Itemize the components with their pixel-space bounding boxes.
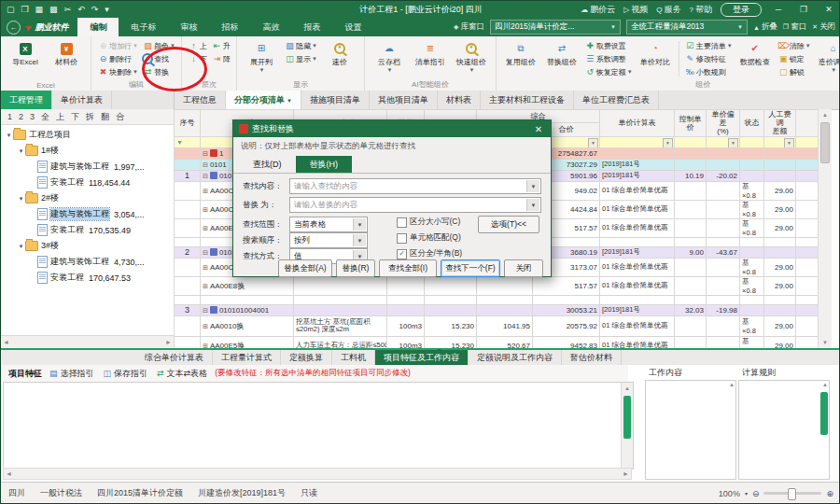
feature-button-文本⇄表格[interactable]: ⇄文本⇄表格 [157,368,207,380]
cell-seq[interactable] [175,237,201,246]
zoom-slider-thumb[interactable] [788,488,796,500]
cell-seq[interactable]: 1 [175,170,201,181]
cell-seq[interactable] [175,159,201,170]
grid-scroll-thumb[interactable] [820,122,830,163]
cell-calc[interactable]: 01 综合单价简单优惠 [600,315,675,336]
checkbox-unchecked-icon[interactable] [397,233,407,244]
ribbon-button-小数规则[interactable]: ‰小数规则 [684,65,733,78]
cell-status[interactable] [740,237,764,246]
ribbon-button-升[interactable]: ⇤升 [211,39,231,52]
cell-total[interactable]: 20575.92 [533,315,600,336]
grid-vertical-scrollbar[interactable]: ▲ ▼ [818,109,832,348]
cell-extra[interactable] [796,336,819,348]
cell-total[interactable] [533,295,600,304]
scroll-left-icon[interactable]: ◄ [3,339,9,345]
tree-tool-拆[interactable]: 拆 [86,111,94,123]
ribbon-button-下[interactable]: ↓下 [188,52,207,65]
menu-tab-招标[interactable]: 招标 [209,18,250,36]
cell-dev[interactable] [707,276,740,295]
library-window-button[interactable]: ◈库窗口 [454,21,484,33]
ribbon-button-速价[interactable]: ¥速价 [319,39,360,67]
cell-seq[interactable] [175,295,201,304]
dialog-titlebar[interactable]: 查找和替换 ✕ [233,120,551,137]
cell-labor[interactable] [764,295,796,304]
cell-name[interactable] [294,295,387,304]
zoom-in-icon[interactable]: ⊕ [826,489,833,498]
find-what-combobox[interactable]: 请输入查找的内容 ▼ [289,178,541,194]
cell-code[interactable]: ⊞AA0010换 [201,315,294,336]
zoom-out-icon[interactable]: ⊖ [752,489,760,498]
view-tab-工程管理[interactable]: 工程管理 [1,91,52,109]
cell-labor[interactable] [764,246,796,258]
login-button[interactable]: 登录 [721,3,762,17]
view-tab-单价计算表[interactable]: 单价计算表 [52,91,112,109]
cell-dev[interactable] [707,218,740,237]
ribbon-button-上[interactable]: ↑上 [188,39,207,52]
cell-qty[interactable] [425,276,477,295]
calc-rule-scroll-thumb[interactable] [820,392,828,435]
cell-calc[interactable] [600,147,675,159]
cell-status[interactable]: 基×0.8 [740,218,764,237]
menu-tab-报表[interactable]: 报表 [291,18,332,36]
tree-tool-合[interactable]: 合 [116,111,124,123]
checkbox-区分全/半角(B)[interactable]: ✓区分全/半角(B) [397,248,462,259]
ribbon-button-颜色[interactable]: ▨颜色▼ [142,39,175,52]
tree-node-安装工程[interactable]: 安装工程170,535.49 [1,222,174,238]
ribbon-button-降[interactable]: ⇥降 [211,52,231,65]
cell-ctrl[interactable] [675,237,707,246]
new-icon[interactable]: ▢ [7,5,15,14]
collapse-icon[interactable]: ⊟ [203,307,208,314]
column-header-seq[interactable]: 序号 [175,110,201,137]
dialog-button-查找全部(I)[interactable]: 查找全部(I) [379,259,437,277]
column-header-status[interactable]: 状态 [740,110,764,137]
cell-seq[interactable] [175,315,201,336]
ribbon-button-块删除[interactable]: ✖块删除▼ [97,65,138,78]
cell-labor[interactable]: 29.00 [764,315,796,336]
tree-node-建筑与装饰工程[interactable]: 建筑与装饰工程1,997,... [1,159,174,175]
bottom-tab-工料机[interactable]: 工料机 [332,350,375,365]
cell-ctrl[interactable] [675,181,707,200]
cell-code[interactable]: ⊞AA00E5换 [201,336,294,348]
cell-calc[interactable]: 01 综合单价简单优惠 [600,336,675,348]
filter-cell-dev[interactable]: ▼ [707,136,740,147]
cell-seq[interactable] [175,258,201,276]
titlebar-link-help[interactable]: ?帮助 [690,4,712,16]
cell-labor[interactable] [764,159,796,170]
save-as-icon[interactable]: ▩ [49,5,58,14]
cell-status[interactable]: 基×0.8 [740,336,764,348]
save-icon[interactable]: ▦ [35,5,44,14]
menu-tab-审核[interactable]: 审核 [168,18,209,36]
menu-tab-设置[interactable]: 设置 [332,18,373,36]
cell-name[interactable]: 人力车运土石方：总运距≤500m 运距≤50m [294,336,387,348]
cell-status[interactable]: 基×0.8 [740,258,764,276]
cell-calc[interactable]: 01 综合单价简单优惠 [600,258,675,276]
cell-ctrl[interactable] [675,276,707,295]
cell-dev[interactable]: -43.67 [707,246,740,258]
tree-tool-全[interactable]: 全 [41,111,49,123]
back-button[interactable]: ← [7,21,21,35]
tree-tool-上[interactable]: 上 [56,111,64,123]
cell-dev[interactable] [707,336,740,348]
sheet-tab-材料表[interactable]: 材料表 [438,91,481,109]
cell-status[interactable]: 基×0.8 [740,181,764,200]
grid-row-AA00E5换[interactable]: ⊞AA00E5换人力车运土石方：总运距≤500m 运距≤50m100m315.2… [175,336,819,348]
cell-status[interactable] [740,170,764,181]
tree-expander-icon[interactable]: ▾ [17,195,25,203]
cell-dev[interactable] [707,237,740,246]
cell-qty[interactable] [425,295,477,304]
cell-qty[interactable]: 15.230 [425,315,477,336]
close-pane-button[interactable]: ✕关闭 [812,21,835,33]
cell-price[interactable] [477,304,533,315]
filter-dropdown-icon[interactable]: ▼ [784,138,794,148]
cell-unit[interactable] [387,304,425,315]
ribbon-button-解锁[interactable]: ▢解锁 [777,65,811,78]
sheet-tab-主要材料和工程设备[interactable]: 主要材料和工程设备 [481,91,574,109]
grid-blank-row[interactable] [175,295,819,304]
tree-node-1#楼[interactable]: ▾1#楼 [1,143,174,159]
list-library-dropdown[interactable]: 全统工程量清单2013▼ [626,20,748,35]
column-header-labor[interactable]: 人工费调 差额 [764,110,796,137]
filter-cell-ctrl[interactable] [675,136,707,147]
bottom-tab-工程量计算式[interactable]: 工程量计算式 [213,350,281,365]
replace-with-combobox[interactable]: 请输入替换的内容 ▼ [289,197,541,213]
cell-ctrl[interactable] [675,218,707,237]
